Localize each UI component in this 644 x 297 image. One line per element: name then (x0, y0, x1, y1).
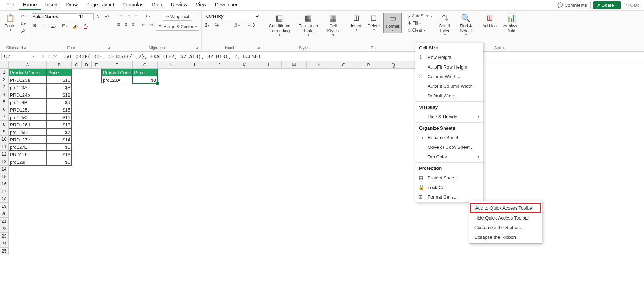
paste-button[interactable]: 📋 Paste ▾ (2, 13, 18, 32)
cell-B12[interactable]: $16 (47, 151, 72, 158)
row-header-15[interactable]: 15 (0, 173, 9, 180)
selection-handle[interactable] (156, 82, 159, 85)
cell-styles-button[interactable]: ▦Cell Styles▾ (323, 13, 344, 37)
align-right-button[interactable]: ≡ (130, 21, 137, 28)
row-header-8[interactable]: 8 (0, 121, 9, 128)
col-header-F[interactable]: F (101, 61, 133, 69)
cell-A7[interactable]: prd125C (9, 113, 47, 121)
row-header-1[interactable]: 1 (0, 69, 9, 76)
ctx-customize-ribbon[interactable]: Customize the Ribbon... (469, 223, 542, 232)
percent-format-button[interactable]: % (213, 22, 220, 28)
cell-A12[interactable]: PRD128f (9, 151, 47, 158)
cell-A13[interactable]: prd128F (9, 158, 47, 166)
accounting-format-button[interactable]: $▾ (204, 22, 211, 28)
comments-button[interactable]: 💬 Comments (554, 1, 591, 9)
dialog-launcher-icon[interactable]: ◢ (196, 45, 198, 49)
decrease-indent-button[interactable]: ⇤ (141, 21, 147, 28)
select-all-corner[interactable] (0, 61, 9, 69)
dialog-launcher-icon[interactable]: ◢ (23, 45, 26, 49)
cell-A6[interactable]: PRD125c (9, 106, 47, 113)
row-header-23[interactable]: 23 (0, 233, 9, 240)
tab-view[interactable]: View (192, 0, 211, 10)
cell-F1[interactable]: Product Code (101, 69, 133, 76)
col-header-B[interactable]: B (47, 61, 72, 69)
cell-F2[interactable]: prd123A (101, 76, 133, 83)
enter-icon[interactable]: ✓ (47, 54, 51, 59)
cell-A1[interactable]: Product Code (9, 69, 47, 76)
align-bottom-button[interactable]: ≡ (133, 13, 139, 19)
decrease-decimal-button[interactable]: ←.0 (246, 22, 256, 28)
row-header-10[interactable]: 10 (0, 136, 9, 143)
format-cells-button[interactable]: ▭Format▾ (383, 13, 402, 33)
ctx-collapse-ribbon[interactable]: Collapse the Ribbon (469, 232, 542, 242)
merge-center-button[interactable]: ⊟Merge & Center▾ (156, 23, 199, 31)
row-header-17[interactable]: 17 (0, 188, 9, 195)
col-header-J[interactable]: J (207, 61, 232, 69)
menu-format-cells[interactable]: ⊞Format Cells... (415, 192, 483, 202)
cell-B13[interactable]: $5 (47, 158, 72, 166)
decrease-font-button[interactable]: A↓ (103, 13, 111, 20)
tab-formulas[interactable]: Formulas (119, 0, 148, 10)
menu-default-width[interactable]: Default Width... (415, 91, 483, 101)
ctx-add-qat[interactable]: Add to Quick Access Toolbar (470, 203, 541, 213)
wrap-text-button[interactable]: ↩Wrap Text (163, 13, 192, 21)
cell-A4[interactable]: PRD124b (9, 91, 47, 98)
col-header-I[interactable]: I (182, 61, 207, 69)
row-header-3[interactable]: 3 (0, 83, 9, 91)
cell-B10[interactable]: $14 (47, 136, 72, 143)
underline-button[interactable]: U▾ (50, 22, 58, 29)
row-header-14[interactable]: 14 (0, 166, 9, 173)
find-select-button[interactable]: 🔍Find & Select▾ (456, 13, 475, 37)
cut-button[interactable]: ✂ (20, 13, 26, 19)
menu-hide-unhide[interactable]: Hide & Unhide› (415, 112, 483, 122)
col-header-N[interactable]: N (307, 61, 331, 69)
col-header-H[interactable]: H (158, 61, 182, 69)
col-header-O[interactable]: O (331, 61, 356, 69)
cell-B5[interactable]: $9 (47, 98, 72, 106)
col-header-E[interactable]: E (92, 61, 101, 69)
ctx-hide-qat[interactable]: Hide Quick Access Toolbar (469, 213, 542, 223)
col-header-L[interactable]: L (257, 61, 282, 69)
addins-button[interactable]: ⊞Add-ins (480, 13, 499, 29)
tab-review[interactable]: Review (167, 0, 192, 10)
dialog-launcher-icon[interactable]: ◢ (107, 45, 110, 49)
col-header-A[interactable]: A (9, 61, 47, 69)
tab-data[interactable]: Data (148, 0, 167, 10)
cell-B2[interactable]: $10 (47, 76, 72, 83)
italic-button[interactable]: I (41, 22, 47, 29)
cell-G2[interactable]: $8 (133, 76, 158, 83)
row-header-16[interactable]: 16 (0, 180, 9, 188)
col-header-C[interactable]: C (72, 61, 82, 69)
spreadsheet-grid[interactable]: ABCDEFGHIJKLMNOPQUVW 1234567891011121314… (0, 61, 644, 297)
increase-decimal-button[interactable]: .0→ (232, 22, 243, 28)
font-color-button[interactable]: A▾ (82, 22, 90, 29)
number-format-select[interactable]: Currency (204, 13, 260, 20)
menu-autofit-row[interactable]: AutoFit Row Height (415, 62, 483, 72)
row-header-2[interactable]: 2 (0, 76, 9, 83)
comma-format-button[interactable]: , (223, 22, 229, 28)
name-box[interactable]: G2 ▾ (1, 53, 37, 60)
dialog-launcher-icon[interactable]: ◢ (257, 45, 260, 49)
bold-button[interactable]: B (32, 22, 38, 29)
menu-lock-cell[interactable]: 🔒Lock Cell (415, 183, 483, 192)
formula-input[interactable]: =VLOOKUP(TRUE, CHOOSE({1,2}, EXACT(F2, A… (60, 53, 644, 60)
row-header-20[interactable]: 20 (0, 210, 9, 218)
row-header-21[interactable]: 21 (0, 218, 9, 225)
cell-B1[interactable]: Price (47, 69, 72, 76)
cell-A5[interactable]: prd124B (9, 98, 47, 106)
cell-A9[interactable]: prd126D (9, 128, 47, 136)
borders-button[interactable]: ⊞▾ (61, 22, 69, 29)
orientation-button[interactable]: ⤹▾ (143, 13, 152, 19)
increase-indent-button[interactable]: ⇥ (148, 21, 154, 28)
menu-move-copy[interactable]: Move or Copy Sheet... (415, 142, 483, 152)
row-header-12[interactable]: 12 (0, 151, 9, 158)
align-center-button[interactable]: ≡ (123, 21, 129, 28)
cell-B11[interactable]: $6 (47, 143, 72, 151)
delete-cells-button[interactable]: ⊟Delete▾ (365, 13, 382, 32)
col-header-K[interactable]: K (232, 61, 257, 69)
col-header-G[interactable]: G (133, 61, 158, 69)
tab-page-layout[interactable]: Page Layout (82, 0, 119, 10)
cell-A10[interactable]: PRD127e (9, 136, 47, 143)
fill-button[interactable]: ⬇ Fill ▾ (406, 20, 422, 26)
menu-autofit-col[interactable]: AutoFit Column Width (415, 81, 483, 91)
